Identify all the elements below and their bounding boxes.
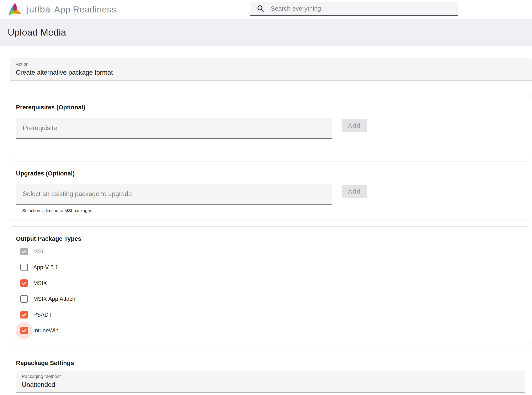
package-type-option-row[interactable]: MSI bbox=[16, 244, 525, 259]
checkbox-label: MSIX App Attach bbox=[33, 296, 76, 302]
prerequisite-input-field bbox=[16, 118, 332, 139]
action-label: Action bbox=[16, 61, 532, 67]
checkbox-icon[interactable] bbox=[20, 311, 28, 318]
prerequisites-card: Prerequisites (Optional) Add bbox=[10, 95, 531, 154]
check-icon bbox=[21, 280, 27, 286]
check-icon bbox=[21, 248, 27, 255]
packaging-method-value: Unattended bbox=[22, 381, 525, 389]
search-input[interactable] bbox=[270, 5, 450, 12]
checkbox-label: IntuneWin bbox=[33, 327, 59, 334]
checkbox-icon[interactable] bbox=[20, 280, 28, 287]
page-title: Upload Media bbox=[8, 27, 66, 38]
repackage-settings-card: Repackage Settings Packaging Method* Una… bbox=[10, 351, 531, 395]
upgrades-card: Upgrades (Optional) Add Selection is lim… bbox=[10, 162, 531, 220]
packaging-method-field[interactable]: Packaging Method* Unattended bbox=[16, 371, 525, 393]
checkbox-label: PSADT bbox=[33, 312, 52, 318]
search-icon bbox=[257, 5, 265, 12]
check-icon bbox=[21, 327, 27, 334]
search-bar[interactable] bbox=[250, 2, 458, 16]
upgrades-title: Upgrades (Optional) bbox=[16, 170, 525, 177]
package-type-option-row[interactable]: MSIX App Attach bbox=[16, 291, 525, 307]
checkbox-position bbox=[20, 327, 28, 334]
check-icon bbox=[21, 312, 27, 318]
checkbox-label: MSIX bbox=[33, 280, 47, 286]
checkbox-icon[interactable] bbox=[20, 295, 28, 303]
prerequisites-title: Prerequisites (Optional) bbox=[16, 104, 525, 111]
add-upgrade-button[interactable]: Add bbox=[342, 185, 367, 198]
checkbox-icon[interactable] bbox=[20, 327, 28, 334]
upgrade-package-input[interactable] bbox=[22, 190, 320, 198]
packaging-method-label: Packaging Method* bbox=[22, 374, 525, 379]
checkbox-position bbox=[20, 280, 28, 287]
product-name-text: App Readiness bbox=[54, 4, 116, 15]
checkbox-position bbox=[20, 248, 28, 255]
output-package-type-list: MSI App-V 5.1 MSIX bbox=[16, 244, 525, 339]
brand-text: juriba bbox=[27, 4, 50, 15]
output-package-types-card: Output Package Types MSI App-V 5.1 bbox=[10, 226, 531, 344]
repackage-settings-title: Repackage Settings bbox=[16, 360, 525, 367]
output-package-types-title: Output Package Types bbox=[16, 235, 525, 242]
package-type-option-row[interactable]: App-V 5.1 bbox=[16, 259, 525, 275]
upgrade-package-input-field bbox=[16, 184, 332, 205]
page-title-bar: Upload Media bbox=[0, 19, 532, 46]
package-type-option-row[interactable]: IntuneWin bbox=[16, 323, 525, 339]
package-type-option-row[interactable]: MSIX bbox=[16, 275, 525, 291]
checkbox-label: MSI bbox=[33, 248, 43, 255]
package-type-option-row[interactable]: PSADT bbox=[16, 307, 525, 323]
action-select-field[interactable]: Action Create alternative package format bbox=[10, 58, 532, 80]
add-prerequisite-button[interactable]: Add bbox=[342, 119, 367, 132]
checkbox-icon[interactable] bbox=[20, 248, 28, 255]
checkbox-position bbox=[20, 311, 28, 318]
checkbox-position bbox=[20, 263, 28, 271]
checkbox-label: App-V 5.1 bbox=[33, 264, 58, 271]
upgrades-helper-text: Selection is limited to MSI packages bbox=[22, 208, 525, 213]
action-value: Create alternative package format bbox=[16, 69, 532, 76]
app-header: juriba App Readiness bbox=[0, 0, 532, 19]
brand-logo[interactable]: juriba App Readiness bbox=[7, 2, 116, 16]
juriba-logo-icon bbox=[7, 2, 23, 16]
checkbox-position bbox=[20, 295, 28, 303]
prerequisite-input[interactable] bbox=[22, 124, 320, 132]
checkbox-icon[interactable] bbox=[20, 263, 28, 271]
